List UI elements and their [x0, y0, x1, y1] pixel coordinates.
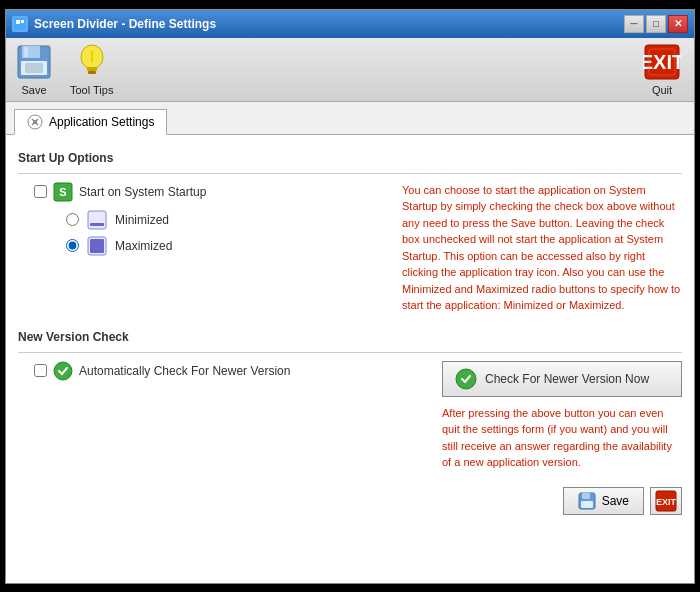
content-area: Start Up Options S Start on System Start… [6, 135, 694, 583]
nvc-layout: Automatically Check For Newer Version Ch… [18, 361, 682, 515]
svg-rect-10 [88, 71, 96, 74]
tooltips-toolbar-icon [72, 42, 112, 82]
check-now-button[interactable]: Check For Newer Version Now [442, 361, 682, 397]
svg-rect-19 [88, 211, 106, 229]
auto-check-icon [53, 361, 73, 381]
tab-application-settings[interactable]: Application Settings [14, 109, 167, 135]
startup-options-left: S Start on System Startup Minimized [18, 182, 390, 314]
main-window: Screen Divider - Define Settings ─ □ ✕ [5, 9, 695, 584]
auto-check-row: Automatically Check For Newer Version [34, 361, 430, 381]
save-toolbar-icon [14, 42, 54, 82]
svg-rect-26 [582, 493, 590, 499]
save-toolbar-label: Save [21, 84, 46, 96]
nvc-left: Automatically Check For Newer Version [18, 361, 430, 389]
tab-bar: Application Settings [6, 102, 694, 135]
nvc-section-header: New Version Check [18, 330, 682, 344]
start-on-startup-label: Start on System Startup [79, 185, 206, 199]
svg-rect-1 [16, 20, 20, 24]
start-on-startup-checkbox[interactable] [34, 185, 47, 198]
close-button[interactable]: ✕ [668, 15, 688, 33]
save-toolbar-button[interactable]: Save [14, 42, 54, 96]
maximize-button[interactable]: □ [646, 15, 666, 33]
svg-text:S: S [59, 186, 66, 198]
svg-rect-2 [21, 20, 24, 23]
svg-rect-7 [25, 63, 43, 73]
check-now-help-text: After pressing the above button you can … [442, 405, 682, 471]
maximized-row: Maximized [66, 236, 390, 256]
window-title: Screen Divider - Define Settings [34, 17, 216, 31]
tooltips-toolbar-label: Tool Tips [70, 84, 113, 96]
startup-section-header: Start Up Options [18, 151, 682, 165]
title-bar: Screen Divider - Define Settings ─ □ ✕ [6, 10, 694, 38]
quit-toolbar-label: Quit [652, 84, 672, 96]
svg-rect-22 [90, 239, 104, 253]
maximized-radio[interactable] [66, 239, 79, 252]
tooltips-toolbar-button[interactable]: Tool Tips [70, 42, 113, 96]
minimized-label: Minimized [115, 213, 169, 227]
check-now-button-label: Check For Newer Version Now [485, 372, 649, 386]
start-on-startup-row: S Start on System Startup [34, 182, 390, 202]
quit-toolbar-button[interactable]: EXIT Quit [642, 42, 682, 96]
quit-bottom-button[interactable]: EXIT [650, 487, 682, 515]
window-icon [12, 16, 28, 32]
minimized-row: Minimized [66, 210, 390, 230]
check-now-icon [455, 368, 477, 390]
minimized-radio[interactable] [66, 213, 79, 226]
svg-rect-27 [581, 501, 593, 508]
quit-bottom-icon: EXIT [655, 490, 677, 512]
quit-toolbar-icon: EXIT [642, 42, 682, 82]
auto-check-label: Automatically Check For Newer Version [79, 364, 290, 378]
maximized-label: Maximized [115, 239, 172, 253]
svg-rect-20 [90, 223, 104, 226]
app-settings-tab-icon [27, 114, 43, 130]
bottom-buttons: Save EXIT [442, 487, 682, 515]
svg-point-16 [33, 120, 37, 124]
minimized-icon [87, 210, 107, 230]
maximized-icon [87, 236, 107, 256]
nvc-right: Check For Newer Version Now After pressi… [442, 361, 682, 515]
svg-rect-5 [24, 47, 28, 57]
startup-icon: S [53, 182, 73, 202]
save-bottom-button[interactable]: Save [563, 487, 644, 515]
svg-text:EXIT: EXIT [656, 497, 677, 507]
startup-help-text: You can choose to start the application … [402, 182, 682, 314]
save-bottom-label: Save [602, 494, 629, 508]
svg-point-24 [456, 369, 476, 389]
startup-help-paragraph: You can choose to start the application … [402, 182, 682, 314]
tab-application-settings-label: Application Settings [49, 115, 154, 129]
auto-check-checkbox[interactable] [34, 364, 47, 377]
minimize-button[interactable]: ─ [624, 15, 644, 33]
svg-rect-9 [87, 67, 97, 71]
toolbar: Save Tool Tips [6, 38, 694, 102]
svg-point-23 [54, 362, 72, 380]
save-bottom-icon [578, 492, 596, 510]
